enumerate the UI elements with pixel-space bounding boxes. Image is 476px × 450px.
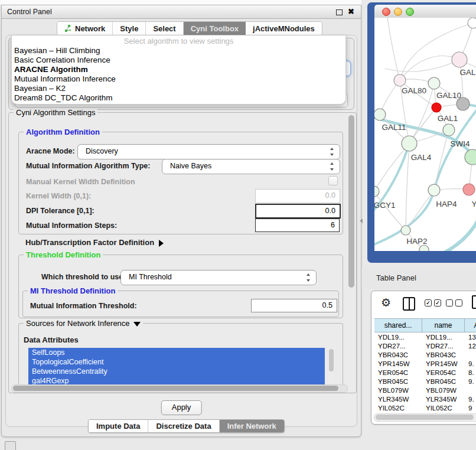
- bottom-tab-discretize-data[interactable]: Discretize Data: [148, 420, 219, 432]
- manual-kernel-checkbox[interactable]: [328, 176, 338, 185]
- network-node[interactable]: [428, 184, 440, 196]
- network-node[interactable]: [419, 245, 429, 251]
- network-node[interactable]: [401, 226, 410, 235]
- table-cell: YIL052C: [374, 405, 422, 412]
- control-panel-window: Control Panel ✖ NetworkStyleSelectCyni T…: [1, 5, 361, 437]
- table-row[interactable]: YBL079WYBL079W: [374, 386, 476, 394]
- attribute-item-topologicalcoefficient[interactable]: TopologicalCoefficient: [28, 357, 325, 367]
- network-node[interactable]: [374, 186, 379, 197]
- cyni-algorithm-settings-group: Cyni Algorithm Settings Algorithm Defini…: [8, 112, 357, 393]
- aracne-mode-combobox[interactable]: Discovery: [77, 144, 340, 159]
- algorithm-option-aracne-algorithm[interactable]: ARACNE Algorithm: [14, 65, 343, 74]
- algorithm-option-dream8-dc-tdc-algorithm[interactable]: Dream8 DC_TDC Algorithm: [14, 93, 343, 103]
- scrollbar-thumb[interactable]: [376, 415, 474, 420]
- node-label-gal4: GAL4: [411, 153, 432, 162]
- network-node[interactable]: [374, 109, 386, 120]
- mi-type-combobox[interactable]: Naive Bayes: [162, 159, 340, 174]
- gear-icon[interactable]: ⚙: [381, 296, 391, 309]
- algorithm-option-bayesian-k2[interactable]: Bayesian – K2: [14, 84, 343, 93]
- document-icon[interactable]: [472, 295, 476, 309]
- table-panel: ⚙ ✓✓ shared...nameAYDL19...YDL19...13YDR…: [371, 291, 476, 425]
- scrollbar-thumb[interactable]: [348, 115, 354, 288]
- network-node[interactable]: [465, 149, 476, 165]
- table-cell: 9.: [465, 360, 476, 367]
- hub-section-toggle[interactable]: Hub/Transcription Factor Definition: [25, 238, 164, 247]
- tab-cyni-toolbox[interactable]: Cyni Toolbox: [184, 22, 246, 35]
- apply-button[interactable]: Apply: [161, 400, 202, 415]
- deselect-all-checks-icon[interactable]: [446, 299, 462, 306]
- network-node[interactable]: [402, 136, 417, 151]
- minimize-traffic-light-icon[interactable]: [394, 8, 402, 16]
- tab-network[interactable]: Network: [57, 22, 113, 35]
- close-icon[interactable]: ✖: [348, 6, 354, 17]
- node-label-y: Y: [471, 200, 476, 208]
- network-node[interactable]: [463, 184, 475, 195]
- table-row[interactable]: YDL19...YDL19...13: [374, 332, 476, 341]
- algorithm-option-bayesian-hill-climbing[interactable]: Bayesian – Hill Climbing: [14, 46, 343, 56]
- table-row[interactable]: YIL052CYIL052C9: [374, 403, 476, 412]
- close-traffic-light-icon[interactable]: [382, 8, 390, 16]
- network-node[interactable]: [394, 74, 406, 86]
- node-label-gal10: GAL10: [436, 91, 461, 100]
- table-cell: 9.: [465, 378, 476, 385]
- algorithm-option-basic-correlation-inference[interactable]: Basic Correlation Inference: [14, 56, 343, 65]
- attribute-item-betweennesscentrality[interactable]: BetweennessCentrality: [28, 367, 325, 376]
- column-header-a[interactable]: A: [465, 319, 476, 332]
- dpi-tolerance-field[interactable]: 0.0: [255, 204, 341, 219]
- node-label-gcy1: GCY1: [374, 201, 395, 210]
- table-row[interactable]: YER054CYER054C8.: [374, 368, 476, 377]
- sources-toggle[interactable]: Sources for Network Inference: [24, 319, 143, 328]
- columns-icon[interactable]: [403, 297, 415, 311]
- column-header-name[interactable]: name: [422, 319, 465, 332]
- network-edge: [444, 217, 476, 251]
- network-edge: [374, 191, 406, 230]
- which-threshold-combobox[interactable]: MI Threshold: [120, 270, 317, 285]
- table-row[interactable]: YBR045CYBR045C9.: [374, 377, 476, 386]
- splitter-collapse-icon[interactable]: [360, 219, 363, 223]
- scrollbar-thumb[interactable]: [329, 349, 334, 371]
- settings-vertical-scrollbar[interactable]: [348, 115, 354, 386]
- network-node[interactable]: [432, 103, 441, 112]
- mi-threshold-field[interactable]: 0.5: [251, 299, 337, 312]
- network-edge: [434, 130, 449, 190]
- table-row[interactable]: YLR345WYLR345W9.: [374, 394, 476, 403]
- node-label-gal11: GAL11: [382, 123, 406, 132]
- table-row[interactable]: YBR043CYBR043C: [374, 350, 476, 359]
- combobox-stepper-icon: [330, 159, 335, 174]
- tab-style[interactable]: Style: [113, 22, 146, 35]
- mi-steps-field[interactable]: 6: [255, 219, 340, 232]
- table-cell: YBR043C: [374, 351, 422, 358]
- select-all-checks-icon[interactable]: ✓✓: [425, 299, 441, 306]
- network-canvas[interactable]: GALGAL80GAL10GAL1GAL11GAL4SWI4GCY1HAP4YH…: [374, 18, 476, 251]
- bottom-tab-infer-network[interactable]: Infer Network: [220, 420, 284, 432]
- attribute-table: shared...nameAYDL19...YDL19...13YDR27...…: [374, 318, 476, 412]
- table-cell: YDR27...: [374, 343, 422, 350]
- network-node[interactable]: [443, 124, 455, 136]
- data-attributes-label: Data Attributes: [24, 335, 79, 344]
- tab-select[interactable]: Select: [146, 22, 183, 35]
- settings-horizontal-scrollbar[interactable]: [11, 384, 348, 393]
- table-row[interactable]: YPR145WYPR145W9.: [374, 359, 476, 368]
- float-window-icon[interactable]: [336, 9, 343, 15]
- cyni-toolbox-panel: Inference Algorithm galFiltered.sif defa…: [5, 35, 357, 427]
- network-node[interactable]: [428, 77, 440, 89]
- network-graph: GALGAL80GAL10GAL1GAL11GAL4SWI4GCY1HAP4YH…: [374, 18, 476, 251]
- node-label-hap2: HAP2: [406, 237, 427, 246]
- tab-jactivemnodules[interactable]: jActiveMNodules: [246, 22, 322, 35]
- kernel-width-field[interactable]: 0.0: [255, 189, 340, 203]
- table-row[interactable]: YDR27...YDR27...12: [374, 341, 476, 350]
- scrollbar-thumb[interactable]: [13, 386, 338, 391]
- bottom-tab-impute-data[interactable]: Impute Data: [89, 420, 148, 432]
- algorithm-definition-title: Algorithm Definition: [24, 128, 102, 136]
- docked-panel-icon[interactable]: [5, 441, 16, 450]
- tab-label: jActiveMNodules: [253, 24, 315, 33]
- zoom-traffic-light-icon[interactable]: [406, 8, 414, 16]
- column-header-shared-[interactable]: shared...: [374, 319, 422, 332]
- table-horizontal-scrollbar[interactable]: [374, 413, 476, 422]
- table-cell: 12: [465, 343, 476, 350]
- network-node[interactable]: [468, 18, 476, 28]
- algorithm-option-mutual-information-inference[interactable]: Mutual Information Inference: [14, 74, 343, 84]
- attribute-item-selfloops[interactable]: SelfLoops: [28, 348, 325, 357]
- network-node[interactable]: [452, 52, 467, 67]
- kernel-width-label: Kernel Width (0,1):: [26, 192, 91, 200]
